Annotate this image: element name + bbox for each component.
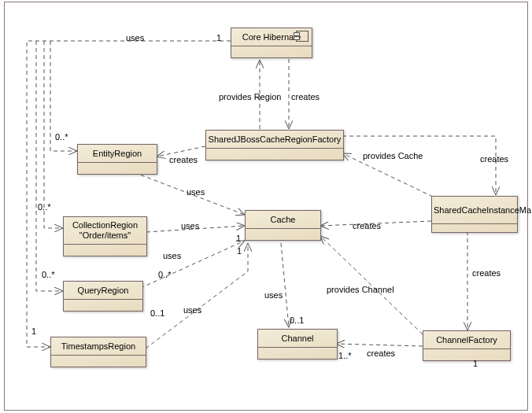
label-creates: creates xyxy=(291,92,320,101)
label-creates: creates xyxy=(480,154,508,164)
label-uses: uses xyxy=(126,33,144,42)
class-body xyxy=(206,149,343,160)
label-uses: uses xyxy=(163,251,181,260)
class-name: Channel xyxy=(258,330,337,348)
class-entity-region: EntityRegion xyxy=(77,144,157,175)
class-collection-region: CollectionRegion "Order/items" xyxy=(63,216,147,256)
class-core-hibernate: Core Hibernate xyxy=(231,28,312,58)
mult: 1 xyxy=(473,359,478,368)
class-body xyxy=(258,348,337,359)
label-uses: uses xyxy=(264,290,283,300)
class-name: Cache xyxy=(246,211,320,229)
label-provides-channel: provides Channel xyxy=(327,285,394,294)
mult: 1..* xyxy=(338,351,352,360)
class-channel: Channel xyxy=(257,329,338,360)
label-uses: uses xyxy=(187,187,205,197)
class-body xyxy=(246,229,320,240)
class-channel-factory: ChannelFactory xyxy=(423,330,511,361)
class-cache: Cache xyxy=(245,210,321,241)
class-query-region: QueryRegion xyxy=(63,281,143,312)
class-name: SharedCacheInstanceManager xyxy=(432,197,517,224)
class-cache-manager: SharedCacheInstanceManager xyxy=(431,196,518,233)
class-name: EntityRegion xyxy=(78,145,157,163)
mult: 0..1 xyxy=(290,315,304,325)
class-name: QueryRegion xyxy=(64,282,142,300)
class-name: SharedJBossCacheRegionFactory xyxy=(206,131,343,149)
mult: 1 xyxy=(31,326,36,336)
mult: 0..* xyxy=(38,202,51,212)
mult: 0..1 xyxy=(150,308,164,318)
label-provides-cache: provides Cache xyxy=(363,151,423,160)
label-creates: creates xyxy=(169,155,198,164)
class-name-line1: CollectionRegion xyxy=(72,220,138,230)
mult: 1 xyxy=(237,246,242,256)
class-name-line2: "Order/items" xyxy=(79,230,131,240)
mult: 1 xyxy=(216,33,221,42)
class-body xyxy=(64,245,146,256)
label-creates: creates xyxy=(367,348,395,358)
label-provides-region: provides Region xyxy=(219,92,282,101)
class-name: CollectionRegion "Order/items" xyxy=(64,217,146,245)
uml-diagram: Core Hibernate SharedJBossCacheRegionFac… xyxy=(0,0,532,413)
class-body xyxy=(423,349,510,360)
class-body xyxy=(51,356,146,367)
label-creates: creates xyxy=(472,268,501,278)
class-name: TimestampsRegion xyxy=(51,337,146,356)
class-body xyxy=(78,163,157,174)
label-uses: uses xyxy=(181,221,199,230)
label-creates: creates xyxy=(353,221,381,230)
class-body xyxy=(432,224,517,232)
mult: 0..* xyxy=(55,132,68,142)
mult: 0..* xyxy=(42,270,55,279)
mult: 1 xyxy=(236,234,241,243)
class-timestamps-region: TimestampsRegion xyxy=(50,337,146,367)
component-icon xyxy=(296,31,308,42)
class-region-factory: SharedJBossCacheRegionFactory xyxy=(205,130,344,160)
mult: 0..* xyxy=(158,270,172,279)
class-name: ChannelFactory xyxy=(423,331,510,349)
label-uses: uses xyxy=(183,305,201,315)
class-body xyxy=(64,300,142,311)
class-body xyxy=(231,46,312,57)
